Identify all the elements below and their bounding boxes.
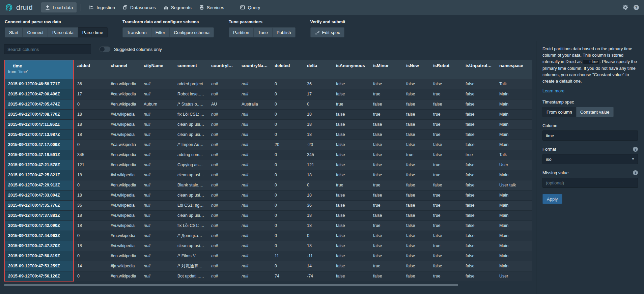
nav-query[interactable]: Query bbox=[236, 2, 264, 12]
horizontal-scrollbar[interactable] bbox=[4, 284, 532, 287]
cell: null bbox=[140, 231, 174, 241]
timestamp-spec-toggle: From column Constant value bbox=[542, 107, 638, 117]
column-header-delta[interactable]: delta bbox=[304, 60, 333, 79]
cell: #vi.wikipedia bbox=[107, 170, 140, 180]
step-transform[interactable]: Transform bbox=[122, 27, 151, 37]
step-group-label: Verify and submit bbox=[310, 20, 345, 24]
column-header-isanonymous[interactable]: isAnonymous bbox=[333, 60, 370, 79]
load-data-icon bbox=[45, 5, 50, 10]
time-column-header[interactable]: __time from: 'time' bbox=[4, 60, 74, 79]
step-parse-data[interactable]: Parse data bbox=[48, 27, 78, 37]
cell: 18 bbox=[74, 170, 107, 180]
step-publish[interactable]: Publish bbox=[272, 27, 296, 37]
cell: -74 bbox=[304, 271, 333, 281]
time-cell: 2015-09-12T00:47:19.591Z bbox=[4, 150, 74, 160]
cell: null bbox=[208, 129, 238, 140]
cell: 18 bbox=[304, 119, 333, 129]
column-header-cityname[interactable]: cityName bbox=[140, 60, 174, 79]
cell: false bbox=[370, 271, 403, 281]
missing-value-input[interactable] bbox=[542, 178, 638, 188]
step-tune[interactable]: Tune bbox=[254, 27, 272, 37]
cell: Main bbox=[496, 99, 532, 109]
missing-value-info-icon[interactable]: i bbox=[633, 170, 638, 175]
gear-icon[interactable] bbox=[622, 4, 628, 10]
cell: 0 bbox=[74, 231, 107, 241]
cell: false bbox=[462, 79, 496, 89]
cell: 0 bbox=[74, 140, 107, 150]
suggested-columns-toggle[interactable]: Suggested columns only bbox=[99, 46, 162, 52]
timestamp-spec-label: Timestamp spec bbox=[542, 99, 638, 105]
cell: 0 bbox=[304, 231, 333, 241]
cell: false bbox=[462, 261, 496, 271]
cell: false bbox=[462, 251, 496, 261]
column-header-channel[interactable]: channel bbox=[107, 60, 140, 79]
nav-segments[interactable]: Segments bbox=[160, 2, 195, 12]
help-icon[interactable]: ? bbox=[633, 4, 639, 10]
nav-datasources[interactable]: Datasources bbox=[119, 2, 160, 12]
column-input[interactable] bbox=[542, 130, 638, 141]
cell: false bbox=[403, 79, 430, 89]
cell: 0 bbox=[271, 241, 304, 251]
column-header-added[interactable]: added bbox=[74, 60, 107, 79]
learn-more-link[interactable]: Learn more bbox=[542, 88, 564, 93]
cell: false bbox=[370, 79, 403, 89]
column-header-deleted[interactable]: deleted bbox=[271, 60, 304, 79]
nav-ingestion[interactable]: Ingestion bbox=[85, 2, 119, 12]
step-partition[interactable]: Partition bbox=[229, 27, 254, 37]
cell: false bbox=[430, 79, 462, 89]
cell: false bbox=[462, 210, 496, 220]
nav-load-data[interactable]: Load data bbox=[41, 2, 77, 12]
step-edit-spec[interactable]: Edit spec bbox=[310, 27, 344, 37]
cell: clean up usin... bbox=[174, 241, 208, 251]
cell: 345 bbox=[74, 150, 107, 160]
nav-services[interactable]: Services bbox=[195, 2, 228, 12]
scrollbar-thumb[interactable] bbox=[4, 284, 458, 286]
cell: 0 bbox=[271, 170, 304, 180]
cell: null bbox=[238, 89, 271, 99]
step-parse-time[interactable]: Parse time bbox=[78, 27, 108, 37]
cell: User bbox=[496, 160, 532, 170]
cell: true bbox=[430, 89, 462, 99]
segments-icon bbox=[163, 5, 169, 10]
step-filter[interactable]: Filter bbox=[151, 27, 170, 37]
cell: 18 bbox=[74, 109, 107, 119]
cell: null bbox=[208, 109, 238, 119]
column-header-isrobot[interactable]: isRobot bbox=[430, 60, 462, 79]
step-configure-schema[interactable]: Configure schema bbox=[170, 27, 214, 37]
cell: 0 bbox=[74, 251, 107, 261]
main-area: Suggested columns only __time from: 'tim… bbox=[0, 41, 536, 294]
cell: Australia bbox=[238, 99, 271, 109]
constant-value-button[interactable]: Constant value bbox=[576, 107, 614, 117]
step-connect[interactable]: Connect bbox=[23, 27, 48, 37]
step-start[interactable]: Start bbox=[5, 27, 23, 37]
toggle-label: Suggested columns only bbox=[114, 47, 162, 52]
cell: true bbox=[430, 119, 462, 129]
cell: false bbox=[333, 140, 370, 150]
cell: false bbox=[430, 140, 462, 150]
cell: false bbox=[430, 99, 462, 109]
column-header-comment[interactable]: comment bbox=[174, 60, 208, 79]
format-select[interactable]: ▼ bbox=[542, 154, 638, 164]
format-value[interactable] bbox=[542, 154, 638, 164]
column-header-namespace[interactable]: namespace bbox=[496, 60, 532, 79]
column-header-isunpatrolled[interactable]: isUnpatrolled bbox=[462, 60, 496, 79]
cell: 0 bbox=[74, 99, 107, 109]
cell: Main bbox=[496, 109, 532, 119]
column-header-countryisocod[interactable]: countryIsoCod bbox=[208, 60, 238, 79]
apply-button[interactable]: Apply bbox=[542, 194, 562, 204]
column-header-countryname[interactable]: countryName bbox=[238, 60, 271, 79]
cell: null bbox=[208, 160, 238, 170]
cell: #vi.wikipedia bbox=[107, 200, 140, 210]
column-header-isminor[interactable]: isMinor bbox=[370, 60, 403, 79]
cell: User talk bbox=[496, 180, 532, 190]
cell: true bbox=[430, 129, 462, 140]
column-header-isnew[interactable]: isNew bbox=[403, 60, 430, 79]
cell: null bbox=[140, 170, 174, 180]
search-input[interactable] bbox=[4, 44, 91, 54]
cell: true bbox=[430, 241, 462, 251]
timestamp-help-text: Druid partitions data based on the prima… bbox=[542, 46, 638, 84]
format-info-icon[interactable]: i bbox=[633, 147, 638, 152]
cell: 0 bbox=[271, 79, 304, 89]
from-column-button[interactable]: From column bbox=[542, 107, 576, 117]
druid-logo[interactable]: druid bbox=[5, 3, 33, 12]
